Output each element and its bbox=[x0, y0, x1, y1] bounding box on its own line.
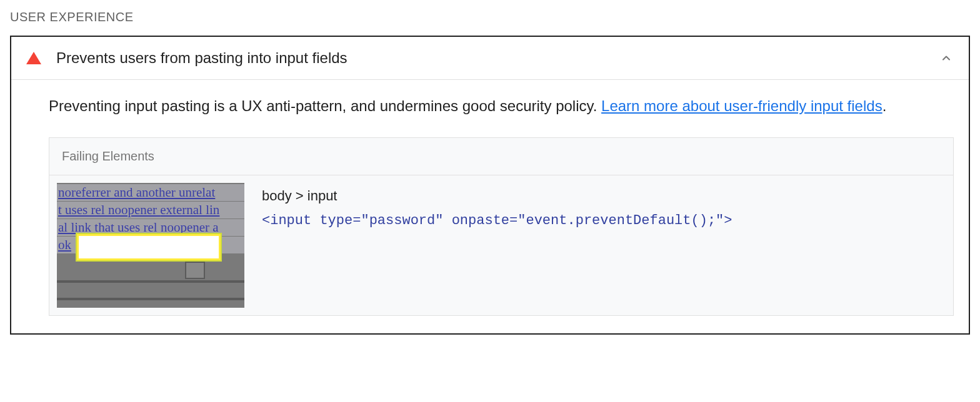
thumbnail-text-line: noreferrer and another unrelat bbox=[57, 184, 244, 201]
element-details: body > input <input type="password" onpa… bbox=[262, 183, 946, 228]
audit-description-suffix: . bbox=[882, 97, 887, 114]
audit-title: Prevents users from pasting into input f… bbox=[56, 49, 939, 67]
element-thumbnail: noreferrer and another unrelat t uses re… bbox=[57, 183, 244, 308]
audit-header[interactable]: Prevents users from pasting into input f… bbox=[11, 37, 969, 80]
audit-description: Preventing input pasting is a UX anti-pa… bbox=[49, 95, 954, 117]
failing-elements-label: Failing Elements bbox=[62, 149, 941, 164]
section-header-user-experience: USER EXPERIENCE bbox=[10, 10, 970, 24]
audit-container: Prevents users from pasting into input f… bbox=[10, 36, 970, 335]
thumbnail-text-fragment: t uses rel noopener bbox=[58, 202, 160, 217]
thumbnail-text-line: t uses rel noopener external lin bbox=[57, 202, 244, 218]
failing-element-row: noreferrer and another unrelat t uses re… bbox=[49, 175, 953, 315]
thumbnail-divider bbox=[57, 298, 244, 300]
failing-elements-header: Failing Elements bbox=[49, 138, 953, 175]
thumbnail-divider bbox=[57, 280, 244, 283]
failing-elements-table: Failing Elements noreferrer and another … bbox=[49, 137, 954, 316]
learn-more-link[interactable]: Learn more about user-friendly input fie… bbox=[601, 97, 882, 114]
warning-triangle-icon bbox=[26, 52, 41, 64]
thumbnail-text-fragment: external lin bbox=[160, 202, 219, 217]
thumbnail-highlighted-input bbox=[77, 234, 221, 260]
chevron-up-icon bbox=[939, 51, 954, 66]
audit-description-text: Preventing input pasting is a UX anti-pa… bbox=[49, 97, 601, 114]
thumbnail-broken-image-icon bbox=[185, 262, 205, 279]
element-code-snippet: <input type="password" onpaste="event.pr… bbox=[262, 213, 946, 228]
element-selector-path: body > input bbox=[262, 188, 946, 204]
audit-body: Preventing input pasting is a UX anti-pa… bbox=[11, 80, 969, 333]
